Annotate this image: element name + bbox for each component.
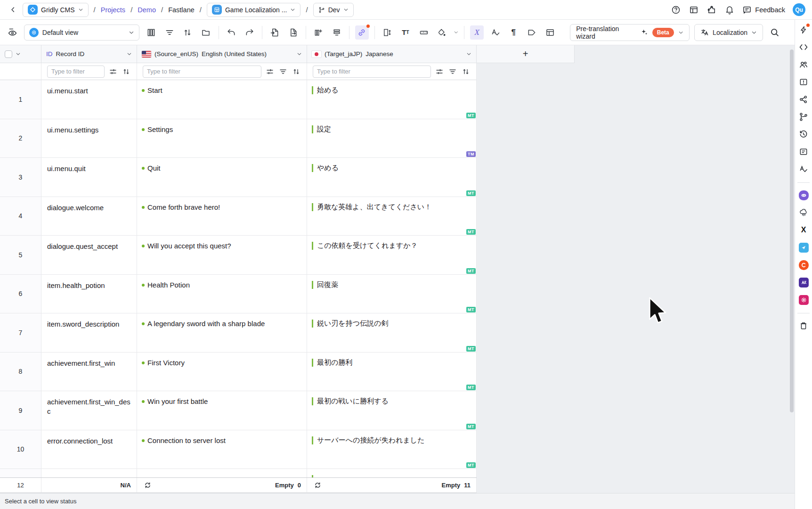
target-cell[interactable]: 勇敢な英雄よ、出てきてください！MT [307,197,477,236]
bot-app-icon[interactable] [798,190,809,200]
source-filter-input[interactable] [143,66,261,78]
sort-az-icon[interactable] [292,67,301,76]
source-cell[interactable]: Connection to server lost [137,430,307,469]
row-number[interactable]: 3 [0,158,41,197]
target-cell[interactable]: やめるMT [307,158,477,197]
x-app-icon[interactable]: X [798,225,809,235]
source-cell[interactable]: First Victory [137,353,307,392]
row-height-icon[interactable] [381,25,394,40]
filter-icon[interactable] [278,67,288,76]
target-cell[interactable]: この依頼を受けてくれますか？MT [307,236,477,275]
column-header-source-english[interactable]: (Source_enUS) English (United States) [137,45,307,63]
notifications-bell-icon[interactable] [724,5,735,15]
row-number[interactable] [0,469,41,477]
filter-icon[interactable] [162,25,176,40]
automations-icon[interactable] [798,25,809,35]
target-cell[interactable]: 最初の勝利MT [307,353,477,392]
redo-icon[interactable] [243,25,256,40]
fill-color-icon[interactable] [435,25,449,40]
source-summary[interactable]: Empty 0 [137,478,307,493]
pretranslation-wizard-button[interactable]: Pre-translation wizard Beta [570,24,690,41]
record-id-cell[interactable]: ui.menu.settings [41,119,137,158]
column-header-target-japanese[interactable]: (Target_jaJP) Japanese [307,45,477,63]
panels-icon[interactable] [689,5,699,15]
form-icon[interactable] [798,147,809,157]
record-id-filter-input[interactable] [47,66,105,78]
record-id-cell[interactable]: ui.menu.start [41,80,137,119]
select-all-checkbox[interactable] [5,50,12,58]
record-id-cell[interactable]: item.health_potion [41,275,137,314]
spellcheck-icon[interactable] [488,25,502,40]
spelling-icon[interactable] [798,164,809,174]
api-code-icon[interactable] [798,42,809,52]
chevron-down-icon[interactable] [466,51,471,57]
group-icon[interactable] [199,25,213,40]
feedback-button[interactable]: Feedback [742,5,785,15]
column-header-record-id[interactable]: ID Record ID [41,45,137,63]
row-number[interactable]: 1 [0,80,41,119]
filter-icon[interactable] [448,67,457,76]
source-cell[interactable]: Quit [137,158,307,197]
record-id-cell[interactable]: achievement.first_win [41,353,137,392]
record-id-cell[interactable]: ui.menu.quit [41,158,137,197]
export-icon[interactable] [286,25,300,40]
record-id-cell[interactable]: error.connection_lost [41,430,137,469]
source-cell[interactable]: Start [137,80,307,119]
target-cell[interactable]: 始めるMT [307,80,477,119]
breadcrumb-demo[interactable]: Demo [138,6,156,14]
view-visibility-icon[interactable] [6,25,19,40]
sort-icon[interactable] [181,25,195,40]
record-id-cell[interactable]: dialogue.welcome [41,197,137,236]
ruler-icon[interactable] [417,25,430,40]
integrations-icon[interactable] [798,94,809,105]
add-row-icon[interactable] [330,25,343,40]
text-format-icon[interactable]: TT [399,25,413,40]
record-id-cell[interactable]: item.sword_description [41,313,137,353]
row-number[interactable]: 10 [0,430,41,469]
source-cell[interactable]: Come forth brave hero! [137,197,307,236]
target-cell[interactable] [307,469,477,477]
blue-app-icon[interactable] [798,242,809,253]
sort-az-icon[interactable] [461,67,471,76]
workspace-selector[interactable]: Gridly CMS [23,3,89,17]
import-icon[interactable] [268,25,282,40]
target-cell[interactable]: 最初の戦いに勝利するMT [307,391,477,430]
record-id-cell[interactable]: achievement.first_win_desc [41,391,137,430]
chevron-down-icon[interactable] [454,30,459,35]
dependencies-icon[interactable] [355,25,369,40]
source-cell[interactable]: Settings [137,119,307,158]
search-icon[interactable] [768,25,781,40]
add-column-icon[interactable] [311,25,325,40]
source-cell[interactable]: Will you accept this quest? [137,236,307,275]
row-number[interactable]: 4 [0,197,41,236]
record-id-cell[interactable] [41,469,137,477]
column-settings-icon[interactable] [108,67,118,76]
source-cell[interactable]: Health Potion [137,275,307,314]
column-settings-icon[interactable] [435,67,444,76]
refresh-icon[interactable] [143,481,152,490]
share-members-icon[interactable] [798,59,809,70]
target-cell[interactable]: 回復薬MT [307,275,477,314]
source-cell[interactable] [137,469,307,477]
manage-columns-icon[interactable] [144,25,158,40]
help-icon[interactable] [671,5,681,15]
column-settings-icon[interactable] [265,67,275,76]
record-id-cell[interactable]: dialogue.quest_accept [41,236,137,275]
grid-selector[interactable]: Game Localization ... [207,3,301,17]
target-summary[interactable]: Empty 11 [307,478,477,493]
source-cell[interactable]: Win your first battle [137,391,307,430]
add-column-button[interactable]: + [477,45,575,63]
target-cell[interactable]: サーバーへの接続が失われましたMT [307,430,477,469]
sort-az-icon[interactable] [122,67,131,76]
cloud-app-icon[interactable] [798,207,809,218]
avatar[interactable]: Qu [793,3,805,16]
paragraph-marks-icon[interactable]: ¶ [507,25,520,40]
addons-puzzle-icon[interactable] [706,5,717,15]
formula-icon[interactable]: X [470,25,484,40]
branches-icon[interactable] [798,112,809,122]
vertical-scrollbar[interactable] [790,49,794,412]
issues-icon[interactable] [798,77,809,87]
localization-button[interactable]: Localization [694,24,763,41]
branch-selector[interactable]: Dev [313,3,354,17]
pink-app-icon[interactable] [798,295,809,305]
